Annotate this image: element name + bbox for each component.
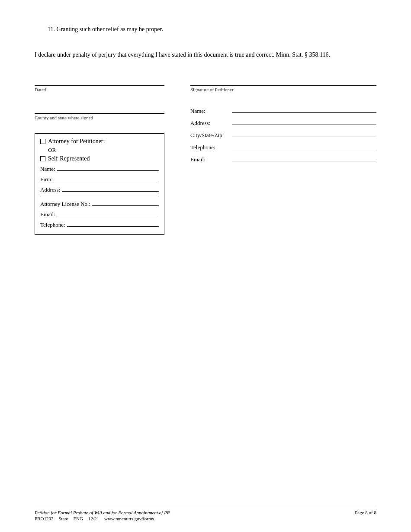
footer-language: ENG <box>73 516 83 521</box>
footer-website: www.mncourts.gov/forms <box>104 516 154 521</box>
attorney-license-row: Attorney License No.: <box>40 199 159 208</box>
attorney-checkbox-row: Attorney for Petitioner: <box>40 138 159 145</box>
petitioner-telephone-label: Telephone: <box>190 144 229 151</box>
dated-block: Dated <box>35 77 164 92</box>
attorney-address-row: Address: <box>40 185 159 193</box>
petitioner-address-line[interactable] <box>232 117 376 125</box>
petitioner-sig-block: Signature of Petitioner <box>190 77 376 92</box>
attorney-checkbox[interactable] <box>40 139 45 144</box>
attorney-email-line[interactable] <box>57 209 159 216</box>
petitioner-name-line[interactable] <box>232 105 376 113</box>
county-line <box>35 105 164 114</box>
footer-form-number: PRO1202 <box>35 516 53 521</box>
attorney-label: Attorney for Petitioner: <box>48 138 105 145</box>
petitioner-address-row: Address: <box>190 117 376 127</box>
petitioner-email-line[interactable] <box>232 154 376 161</box>
declaration: I declare under penalty of perjury that … <box>35 50 376 60</box>
attorney-address-label: Address: <box>40 186 60 193</box>
dated-line <box>35 77 164 86</box>
item-11-text: 11. Granting such other relief as may be… <box>48 26 163 32</box>
self-rep-checkbox-row: Self-Represented <box>40 155 159 162</box>
petitioner-telephone-row: Telephone: <box>190 141 376 151</box>
attorney-name-line[interactable] <box>57 164 159 171</box>
county-label: County and state where signed <box>35 115 164 120</box>
petitioner-sig-line <box>190 77 376 86</box>
footer-page: Page 8 of 8 <box>355 510 376 515</box>
attorney-license-label: Attorney License No.: <box>40 201 90 208</box>
self-rep-label: Self-Represented <box>48 155 90 162</box>
attorney-address-line[interactable] <box>62 185 159 192</box>
footer-date: 12/21 <box>88 516 99 521</box>
petitioner-email-label: Email: <box>190 156 229 163</box>
footer-left: Petition for Formal Probate of Will and … <box>35 510 170 521</box>
signature-section: Dated County and state where signed Atto… <box>35 77 376 235</box>
attorney-firm-label: Firm: <box>40 176 53 183</box>
attorney-license-line[interactable] <box>92 199 159 206</box>
petitioner-telephone-line[interactable] <box>232 141 376 149</box>
attorney-name-row: Name: <box>40 164 159 173</box>
self-rep-checkbox[interactable] <box>40 156 45 161</box>
attorney-firm-line[interactable] <box>55 174 159 181</box>
petitioner-city-line[interactable] <box>232 129 376 137</box>
petitioner-city-label: City/State/Zip: <box>190 132 229 139</box>
footer-state: State <box>58 516 68 521</box>
item-11: 11. Granting such other relief as may be… <box>48 26 376 33</box>
left-column: Dated County and state where signed Atto… <box>35 77 164 235</box>
dated-label: Dated <box>35 87 164 92</box>
attorney-email-row: Email: <box>40 209 159 218</box>
petitioner-name-label: Name: <box>190 108 229 115</box>
county-block: County and state where signed <box>35 105 164 120</box>
attorney-telephone-label: Telephone: <box>40 221 65 228</box>
petitioner-city-row: City/State/Zip: <box>190 129 376 139</box>
or-text: OR <box>48 147 159 154</box>
footer-title: Petition for Formal Probate of Will and … <box>35 510 170 515</box>
footer-bottom-row: PRO1202 State ENG 12/21 www.mncourts.gov… <box>35 516 170 521</box>
footer: Petition for Formal Probate of Will and … <box>35 508 376 521</box>
petitioner-address-label: Address: <box>190 120 229 127</box>
attorney-box: Attorney for Petitioner: OR Self-Represe… <box>35 133 164 235</box>
attorney-telephone-line[interactable] <box>67 220 159 227</box>
petitioner-name-row: Name: <box>190 105 376 115</box>
declaration-text: I declare under penalty of perjury that … <box>35 51 330 58</box>
attorney-divider <box>40 197 159 197</box>
petitioner-email-row: Email: <box>190 154 376 163</box>
page: 11. Granting such other relief as may be… <box>0 0 411 532</box>
attorney-firm-row: Firm: <box>40 174 159 183</box>
right-column: Signature of Petitioner Name: Address: C… <box>190 77 376 235</box>
attorney-telephone-row: Telephone: <box>40 220 159 228</box>
attorney-email-label: Email: <box>40 211 55 218</box>
petitioner-sig-label: Signature of Petitioner <box>190 87 376 92</box>
attorney-name-label: Name: <box>40 166 55 173</box>
